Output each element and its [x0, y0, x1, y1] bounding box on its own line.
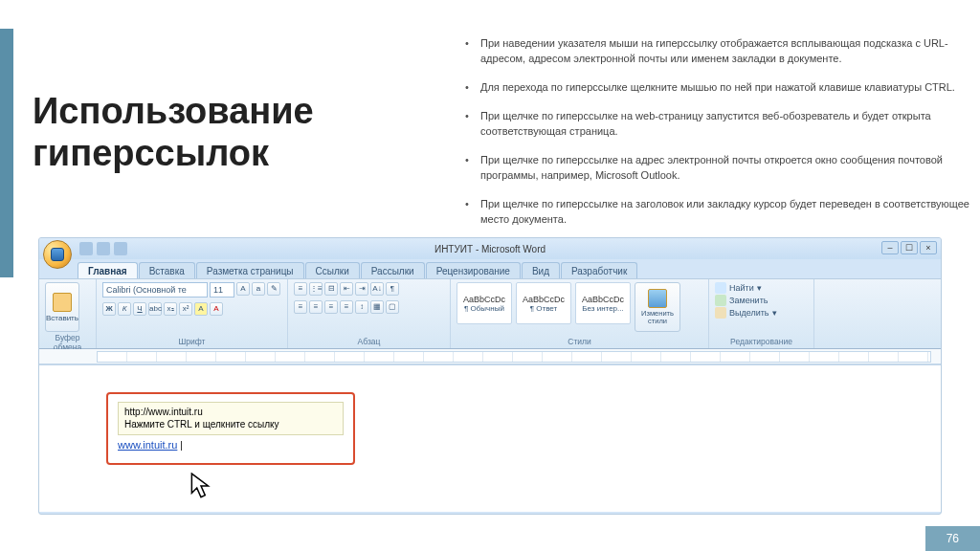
font-color-icon[interactable]: A [210, 302, 223, 316]
style-nospacing[interactable]: AaBbCcDc Без интер... [575, 282, 631, 324]
style-answer[interactable]: AaBbCcDc ¶ Ответ [516, 282, 571, 324]
font-size-combo[interactable]: 11 [210, 282, 234, 298]
tab-developer[interactable]: Разработчик [561, 262, 637, 278]
mouse-cursor-icon [190, 473, 212, 505]
close-icon[interactable]: × [920, 241, 937, 254]
shading-icon[interactable]: ▦ [370, 300, 384, 314]
ribbon-tabs: Главная Вставка Разметка страницы Ссылки… [78, 259, 941, 278]
quick-access-toolbar[interactable] [79, 242, 127, 255]
tab-insert[interactable]: Вставка [139, 262, 195, 278]
bullets-icon[interactable]: ≡ [294, 282, 307, 296]
tab-view[interactable]: Вид [522, 262, 560, 278]
strike-icon[interactable]: abc [148, 302, 162, 316]
text-cursor: | [180, 440, 183, 451]
hyperlink-callout: http://www.intuit.ru Нажмите CTRL и щелк… [106, 392, 355, 465]
bullet-item: При наведении указателя мыши на гиперссы… [463, 36, 980, 67]
window-title: ИНТУИТ - Microsoft Word [434, 244, 546, 254]
subscript-icon[interactable]: x₂ [164, 302, 177, 316]
minimize-icon[interactable]: – [881, 241, 899, 254]
highlight-icon[interactable]: A [194, 302, 208, 316]
font-name-combo[interactable]: Calibri (Основной те [102, 282, 208, 298]
superscript-icon[interactable]: x² [179, 302, 192, 316]
page-number: 76 [925, 526, 980, 551]
indent-icon[interactable]: ⇥ [355, 282, 368, 296]
style-normal[interactable]: AaBbCcDc ¶ Обычный [457, 282, 512, 324]
document-area[interactable]: http://www.intuit.ru Нажмите CTRL и щелк… [39, 364, 941, 512]
clear-format-icon[interactable]: ✎ [267, 282, 280, 296]
replace-icon [715, 295, 726, 306]
group-editing: Найти ▾ Заменить Выделить ▾ Редактирован… [709, 279, 814, 348]
tab-review[interactable]: Рецензирование [426, 262, 521, 278]
multilevel-icon[interactable]: ⊟ [324, 282, 338, 296]
ruler[interactable] [39, 349, 941, 364]
tooltip-hint: Нажмите CTRL и щелкните ссылку [124, 419, 337, 431]
bullet-item: При щелчке по гиперссылке на адрес элект… [463, 153, 980, 184]
slide-title: Использование гиперссылок [33, 91, 434, 174]
group-paragraph: ≡ ⋮≡ ⊟ ⇤ ⇥ A↓ ¶ ≡ ≡ ≡ ≡ ↕ ▦ ▢ [288, 279, 451, 348]
paste-button[interactable]: Вставить [45, 282, 79, 332]
accent-bar [0, 29, 13, 277]
group-font: Calibri (Основной те 11 A a ✎ Ж К Ч abc … [97, 279, 288, 348]
align-center-icon[interactable]: ≡ [309, 300, 323, 314]
tab-mailings[interactable]: Рассылки [361, 262, 425, 278]
borders-icon[interactable]: ▢ [386, 300, 399, 314]
outdent-icon[interactable]: ⇤ [340, 282, 353, 296]
grow-font-icon[interactable]: A [236, 282, 250, 296]
maximize-icon[interactable]: ☐ [901, 241, 918, 254]
line-spacing-icon[interactable]: ↕ [355, 300, 368, 314]
select-icon [715, 307, 726, 319]
bullet-item: Для перехода по гиперссылке щелкните мыш… [463, 80, 980, 96]
ribbon: Вставить Буфер обмена Calibri (Основной … [39, 278, 941, 349]
sort-icon[interactable]: A↓ [370, 282, 384, 296]
shrink-font-icon[interactable]: a [252, 282, 265, 296]
find-button[interactable]: Найти ▾ [715, 282, 777, 294]
paste-icon [53, 293, 72, 312]
select-button[interactable]: Выделить ▾ [715, 307, 777, 319]
word-titlebar: ИНТУИТ - Microsoft Word – ☐ × [39, 238, 941, 259]
justify-icon[interactable]: ≡ [340, 300, 353, 314]
replace-button[interactable]: Заменить [715, 295, 777, 306]
bullet-list: При наведении указателя мыши на гиперссы… [463, 36, 980, 240]
align-left-icon[interactable]: ≡ [294, 300, 307, 314]
italic-icon[interactable]: К [118, 302, 131, 316]
office-button[interactable] [43, 240, 72, 269]
find-icon [715, 282, 726, 294]
bold-icon[interactable]: Ж [102, 302, 116, 316]
bullet-item: При щелчке по гиперссылке на web-страниц… [463, 109, 980, 140]
tab-layout[interactable]: Разметка страницы [196, 262, 304, 278]
ruler-strip [97, 351, 931, 363]
change-styles-icon [648, 289, 667, 308]
bullet-item: При щелчке по гиперссылке на заголовок и… [463, 197, 980, 228]
tab-home[interactable]: Главная [78, 262, 138, 278]
hyperlink-text[interactable]: www.intuit.ru [118, 439, 177, 451]
group-styles: AaBbCcDc ¶ Обычный AaBbCcDc ¶ Ответ AaBb… [451, 279, 709, 348]
show-marks-icon[interactable]: ¶ [386, 282, 399, 296]
word-screenshot: ИНТУИТ - Microsoft Word – ☐ × Главная Вс… [38, 237, 942, 515]
hyperlink-tooltip: http://www.intuit.ru Нажмите CTRL и щелк… [118, 402, 344, 435]
window-controls[interactable]: – ☐ × [881, 241, 937, 254]
group-clipboard: Вставить Буфер обмена [39, 279, 97, 348]
tooltip-url: http://www.intuit.ru [124, 407, 337, 419]
change-styles-button[interactable]: Изменить стили [635, 282, 680, 332]
numbering-icon[interactable]: ⋮≡ [309, 282, 323, 296]
tab-references[interactable]: Ссылки [305, 262, 360, 278]
underline-icon[interactable]: Ч [133, 302, 146, 316]
align-right-icon[interactable]: ≡ [324, 300, 338, 314]
